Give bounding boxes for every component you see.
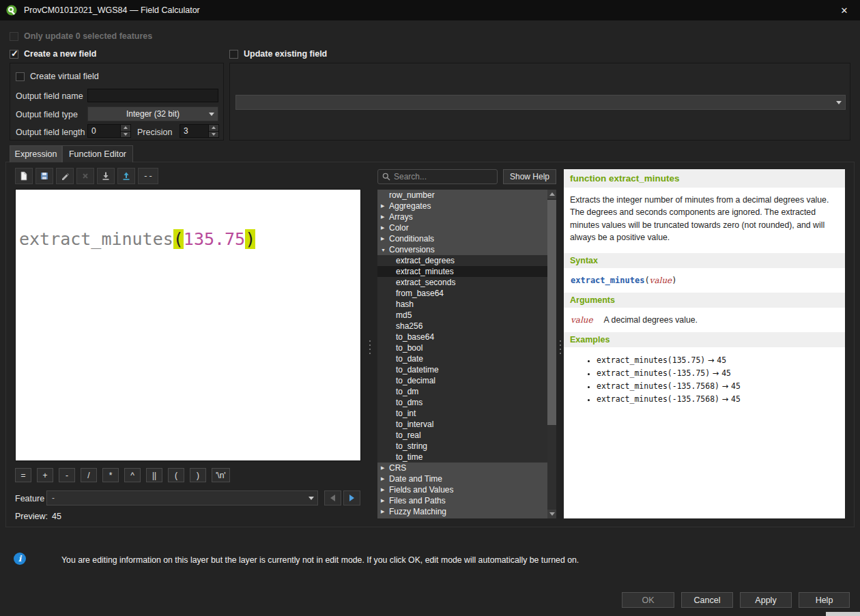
tree-item-to-base64[interactable]: to_base64 xyxy=(377,332,547,342)
tree-item-to-string[interactable]: to_string xyxy=(377,441,547,452)
operator-button-divide[interactable]: / xyxy=(81,468,97,482)
checkbox-checked[interactable]: ✓ xyxy=(10,50,18,59)
create-new-field-checkbox[interactable]: ✓ Create a new field xyxy=(10,49,96,59)
search-box[interactable] xyxy=(377,169,498,184)
output-field-name-input[interactable] xyxy=(87,89,218,102)
export-arrow-icon xyxy=(121,171,131,181)
checkbox[interactable] xyxy=(10,32,18,41)
tree-item-aggregates[interactable]: ▶Aggregates xyxy=(377,201,547,211)
tree-item-to-real[interactable]: to_real xyxy=(377,430,547,441)
tree-item-extract-degrees[interactable]: extract_degrees xyxy=(377,255,547,266)
tree-item-to-int[interactable]: to_int xyxy=(377,408,547,419)
search-input[interactable] xyxy=(394,172,488,181)
tree-item-fields-and-values[interactable]: ▶Fields and Values xyxy=(377,484,547,495)
operator-button-multiply[interactable]: * xyxy=(102,468,119,482)
scrollbar-thumb[interactable] xyxy=(547,200,556,425)
chevron-right-icon[interactable]: ▶ xyxy=(381,203,389,209)
tree-item-date-and-time[interactable]: ▶Date and Time xyxy=(377,473,547,484)
checkbox[interactable] xyxy=(229,50,238,59)
chevron-right-icon[interactable]: ▶ xyxy=(381,214,389,220)
tree-item-fuzzy-matching[interactable]: ▶Fuzzy Matching xyxy=(377,506,547,517)
tree-item-conditionals[interactable]: ▶Conditionals xyxy=(377,233,547,244)
cancel-button[interactable]: Cancel xyxy=(681,592,733,608)
tree-item-to-dms[interactable]: to_dms xyxy=(377,397,547,408)
comment-button[interactable]: -- xyxy=(138,168,158,184)
precision-spinner[interactable]: 3 xyxy=(180,124,219,138)
spin-down-icon[interactable] xyxy=(120,131,130,138)
spinner-buttons[interactable] xyxy=(208,125,218,137)
splitter-handle[interactable] xyxy=(367,336,373,359)
only-update-selected-checkbox[interactable]: Only update 0 selected features xyxy=(10,31,152,41)
tree-item-extract-seconds[interactable]: extract_seconds xyxy=(377,277,547,288)
operator-button-close-paren[interactable]: ) xyxy=(190,468,206,482)
splitter-handle[interactable] xyxy=(558,336,563,359)
tree-item-to-bool[interactable]: to_bool xyxy=(377,342,547,353)
scroll-up-button[interactable] xyxy=(547,190,556,199)
update-existing-field-label: Update existing field xyxy=(244,49,327,59)
tab-function-editor[interactable]: Function Editor xyxy=(62,145,133,162)
operator-button-minus[interactable]: - xyxy=(59,468,75,482)
close-button[interactable]: ✕ xyxy=(829,0,860,20)
save-expression-button[interactable] xyxy=(35,168,53,184)
tree-item-conversions[interactable]: ▼Conversions xyxy=(377,244,547,255)
tree-item-hash[interactable]: hash xyxy=(377,299,547,310)
previous-feature-button[interactable] xyxy=(324,490,341,505)
spin-down-icon[interactable] xyxy=(208,131,218,138)
import-expressions-button[interactable] xyxy=(97,168,115,184)
apply-button[interactable]: Apply xyxy=(740,592,792,608)
ok-button[interactable]: OK xyxy=(622,592,674,608)
tree-item-color[interactable]: ▶Color xyxy=(377,222,547,233)
operator-button-open-paren[interactable]: ( xyxy=(168,468,184,482)
tree-item-to-interval[interactable]: to_interval xyxy=(377,419,547,430)
tree-item-extract-minutes[interactable]: extract_minutes xyxy=(377,266,547,277)
tree-item-sha256[interactable]: sha256 xyxy=(377,321,547,332)
help-button[interactable]: Help xyxy=(799,592,850,608)
edit-expression-button[interactable] xyxy=(56,168,74,184)
update-existing-field-checkbox[interactable]: Update existing field xyxy=(229,49,327,59)
tree-item-crs[interactable]: ▶CRS xyxy=(377,463,547,473)
chevron-right-icon[interactable]: ▶ xyxy=(381,465,389,471)
scroll-down-button[interactable] xyxy=(547,510,556,518)
tree-item-md5[interactable]: md5 xyxy=(377,310,547,321)
tab-expression[interactable]: Expression xyxy=(10,145,62,162)
function-tree[interactable]: row_number▶Aggregates▶Arrays▶Color▶Condi… xyxy=(377,190,547,518)
operator-button-power[interactable]: ^ xyxy=(124,468,141,482)
chevron-right-icon[interactable]: ▶ xyxy=(381,236,389,241)
tree-item-arrays[interactable]: ▶Arrays xyxy=(377,211,547,222)
output-field-type-combobox[interactable]: Integer (32 bit) xyxy=(87,106,218,121)
show-help-button[interactable]: Show Help xyxy=(503,169,556,184)
operator-button-equals[interactable]: = xyxy=(15,468,31,482)
feature-combobox[interactable]: - xyxy=(46,490,318,505)
chevron-down-icon[interactable]: ▼ xyxy=(381,248,389,252)
chevron-right-icon[interactable]: ▶ xyxy=(381,225,389,231)
tree-item-to-date[interactable]: to_date xyxy=(377,353,547,364)
export-expressions-button[interactable] xyxy=(117,168,135,184)
chevron-right-icon[interactable]: ▶ xyxy=(381,487,389,493)
chevron-right-icon[interactable]: ▶ xyxy=(381,498,389,503)
create-virtual-field-checkbox[interactable]: Create virtual field xyxy=(16,72,99,81)
chevron-right-icon[interactable]: ▶ xyxy=(381,509,389,514)
new-expression-button[interactable] xyxy=(15,168,33,184)
operator-button-newline[interactable]: '\n' xyxy=(212,468,230,482)
tree-item-to-datetime[interactable]: to_datetime xyxy=(377,364,547,375)
expression-editor[interactable]: extract_minutes(135.75) xyxy=(15,189,361,461)
spinner-buttons[interactable] xyxy=(120,125,130,137)
checkbox[interactable] xyxy=(16,72,25,81)
tree-item-to-decimal[interactable]: to_decimal xyxy=(377,375,547,386)
tree-scrollbar[interactable] xyxy=(547,190,556,518)
existing-field-combobox[interactable] xyxy=(235,95,846,110)
operator-button-concatenate[interactable]: || xyxy=(146,468,162,482)
output-field-type-label: Output field type xyxy=(16,110,78,119)
spin-up-icon[interactable] xyxy=(208,125,218,131)
tree-item-from-base64[interactable]: from_base64 xyxy=(377,288,547,299)
remove-expression-button[interactable] xyxy=(76,168,94,184)
output-field-length-spinner[interactable]: 0 xyxy=(87,124,131,138)
tree-item-row-number[interactable]: row_number xyxy=(377,190,547,201)
tree-item-to-dm[interactable]: to_dm xyxy=(377,386,547,397)
tree-item-files-and-paths[interactable]: ▶Files and Paths xyxy=(377,495,547,506)
tree-item-to-time[interactable]: to_time xyxy=(377,452,547,463)
next-feature-button[interactable] xyxy=(343,490,360,505)
operator-button-plus[interactable]: + xyxy=(37,468,53,482)
spin-up-icon[interactable] xyxy=(120,125,130,131)
chevron-right-icon[interactable]: ▶ xyxy=(381,476,389,482)
